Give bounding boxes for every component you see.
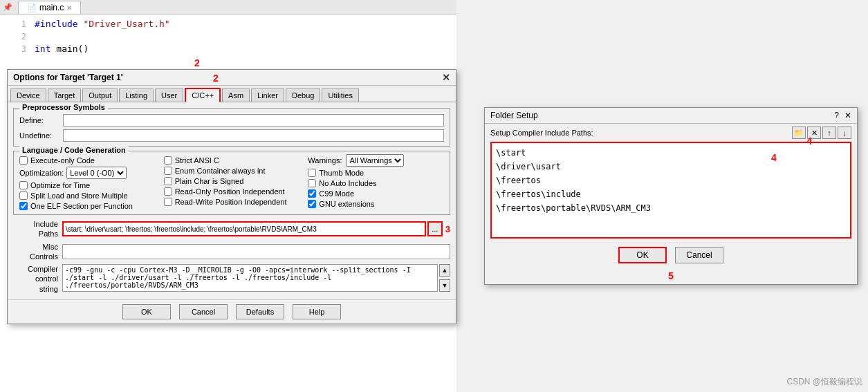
- move-up-button[interactable]: ↑: [822, 127, 836, 139]
- cb-gnu: GNU extensions: [308, 200, 444, 208]
- cb-one-elf-label: One ELF Section per Function: [30, 202, 133, 210]
- language-section: Language / Code Generation Execute-only …: [13, 151, 450, 215]
- folder-ok-button[interactable]: OK: [618, 247, 667, 263]
- define-row: Define:: [19, 114, 444, 127]
- tab-linker[interactable]: Linker: [251, 88, 284, 102]
- include-paths-label: IncludePaths: [13, 219, 58, 239]
- col3: Warnings: All Warnings Thumb Mode No Aut…: [308, 154, 444, 210]
- step5-label: 5: [485, 270, 857, 284]
- scroll-down-button[interactable]: ▼: [439, 279, 450, 292]
- path-item-2[interactable]: \freertos: [496, 174, 846, 187]
- folder-footer-wrap: OK Cancel 5: [485, 239, 857, 284]
- include-paths-input[interactable]: [62, 221, 426, 236]
- tab-debug[interactable]: Debug: [286, 88, 320, 102]
- cb-split-load-input[interactable]: [19, 192, 28, 200]
- cb-opt-time-label: Optimize for Time: [30, 181, 90, 189]
- tab-target[interactable]: Target: [48, 88, 82, 102]
- path-item-4[interactable]: \freertos\portable\RVDS\ARM_CM3: [496, 201, 846, 215]
- cb-no-auto: No Auto Includes: [308, 179, 444, 187]
- tab-user[interactable]: User: [155, 88, 183, 102]
- path-item-0[interactable]: \start: [496, 146, 846, 160]
- cb-thumb-mode: Thumb Mode: [308, 169, 444, 177]
- cb-rw-position-label: Read-Write Position Independent: [175, 198, 287, 206]
- cb-ro-position: Read-Only Position Independent: [164, 187, 300, 196]
- options-close-button[interactable]: ✕: [442, 73, 450, 82]
- code-content: 1 #include "Driver_Usart.h" 2 3 int main…: [0, 15, 456, 58]
- path-item-3[interactable]: \freertos\include: [496, 187, 846, 201]
- cb-one-elf: One ELF Section per Function: [19, 202, 156, 210]
- cb-strict-ansi-label: Strict ANSI C: [175, 156, 219, 165]
- misc-controls-input[interactable]: [62, 244, 450, 259]
- options-footer: OK Cancel Defaults Help: [8, 299, 456, 324]
- undefine-input[interactable]: [63, 129, 444, 142]
- cb-execute-only: Execute-only Code: [19, 156, 156, 165]
- cancel-button[interactable]: Cancel: [179, 304, 228, 319]
- help-icon[interactable]: ?: [834, 111, 839, 120]
- cb-execute-only-input[interactable]: [19, 156, 28, 165]
- cb-rw-position: Read-Write Position Independent: [164, 198, 300, 206]
- new-folder-button[interactable]: 📁: [792, 127, 806, 139]
- define-input[interactable]: [63, 114, 444, 127]
- tab-utilities[interactable]: Utilities: [322, 88, 358, 102]
- warnings-label: Warnings:: [308, 156, 342, 165]
- cb-thumb-mode-input[interactable]: [308, 169, 316, 177]
- path-item-1[interactable]: \driver\usart: [496, 160, 846, 174]
- tab-output[interactable]: Output: [82, 88, 118, 102]
- move-down-button[interactable]: ↓: [838, 127, 851, 139]
- misc-controls-label: MiscControls: [13, 242, 58, 262]
- ok-button[interactable]: OK: [122, 304, 171, 319]
- warnings-row: Warnings: All Warnings: [308, 154, 444, 167]
- optimization-row: Optimization: Level 0 (-O0): [19, 167, 156, 179]
- cb-split-load: Split Load and Store Multiple: [19, 192, 156, 200]
- editor-tab-main[interactable]: 📄 main.c ✕: [18, 1, 81, 14]
- editor-pin-icon: 📌: [3, 3, 12, 12]
- tab-cpp[interactable]: C/C++: [185, 88, 221, 102]
- tab-asm[interactable]: Asm: [222, 88, 250, 102]
- tab-label: main.c: [39, 3, 64, 12]
- tab-device[interactable]: Device: [10, 88, 46, 102]
- compiler-row: Compilercontrolstring -c99 -gnu -c -cpu …: [13, 264, 450, 294]
- file-icon: 📄: [27, 3, 37, 12]
- cb-no-auto-input[interactable]: [308, 179, 316, 187]
- options-body: Preprocessor Symbols Define: Undefine: L…: [8, 102, 456, 299]
- misc-input-wrap: [62, 244, 450, 259]
- cb-c99-input[interactable]: [308, 189, 316, 198]
- col1: Execute-only Code Optimization: Level 0 …: [19, 154, 156, 210]
- folder-toolbar: Setup Compiler Include Paths: 📁 ✕ ↑ ↓: [485, 124, 857, 142]
- step4-outside-label: 4: [771, 152, 777, 163]
- folder-cancel-button[interactable]: Cancel: [675, 247, 723, 263]
- compiler-textarea[interactable]: -c99 -gnu -c -cpu Cortex-M3 -D__MICROLIB…: [62, 264, 438, 292]
- help-button[interactable]: Help: [293, 304, 341, 319]
- include-browse-button[interactable]: ...: [427, 221, 443, 236]
- scroll-up-button[interactable]: ▲: [439, 264, 450, 277]
- cb-strict-ansi: Strict ANSI C: [164, 156, 300, 165]
- delete-button[interactable]: ✕: [807, 127, 821, 139]
- tab-listing[interactable]: Listing: [119, 88, 154, 102]
- folder-dialog: Folder Setup ? ✕ Setup Compiler Include …: [484, 107, 858, 285]
- cb-thumb-mode-label: Thumb Mode: [319, 169, 364, 177]
- cb-rw-position-input[interactable]: [164, 198, 172, 206]
- include-paths-row: IncludePaths ... 3: [13, 219, 450, 239]
- optimization-select[interactable]: Level 0 (-O0): [66, 167, 127, 179]
- folder-close-button[interactable]: ✕: [844, 111, 851, 120]
- cb-gnu-label: GNU extensions: [319, 200, 374, 208]
- close-icon[interactable]: ✕: [66, 4, 72, 12]
- folder-paths-list: \start \driver\usart \freertos \freertos…: [490, 142, 851, 239]
- dialog-tab-bar: Device Target Output Listing User C/C++ …: [8, 86, 456, 102]
- cb-enum-container-input[interactable]: [164, 167, 172, 175]
- cb-ro-position-input[interactable]: [164, 187, 172, 196]
- preprocessor-section: Preprocessor Symbols Define: Undefine:: [13, 108, 450, 147]
- cb-no-auto-label: No Auto Includes: [319, 179, 376, 187]
- cb-strict-ansi-input[interactable]: [164, 156, 172, 165]
- language-cols: Execute-only Code Optimization: Level 0 …: [19, 154, 444, 210]
- undefine-label: Undefine:: [19, 131, 57, 140]
- warnings-select[interactable]: All Warnings: [346, 154, 404, 167]
- cb-opt-time-input[interactable]: [19, 181, 28, 189]
- cb-one-elf-input[interactable]: [19, 202, 28, 210]
- cb-plain-char-label: Plain Char is Signed: [175, 177, 244, 185]
- cb-gnu-input[interactable]: [308, 200, 316, 208]
- optimization-label: Optimization:: [19, 169, 64, 177]
- step2-label: 2: [213, 73, 219, 84]
- cb-plain-char-input[interactable]: [164, 177, 172, 185]
- defaults-button[interactable]: Defaults: [236, 304, 284, 319]
